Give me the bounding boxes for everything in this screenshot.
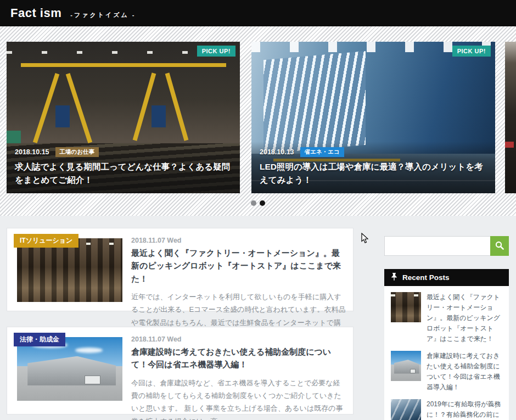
slide-1-date: 2018.10.15 bbox=[15, 148, 49, 156]
article-2-date: 2018.11.07 Wed bbox=[131, 335, 346, 343]
search-button[interactable] bbox=[490, 236, 509, 256]
article-2-thumbnail[interactable] bbox=[17, 337, 122, 401]
slide-2-date: 2018.10.13 bbox=[260, 148, 294, 156]
pickup-badge: PICK UP! bbox=[452, 46, 491, 57]
carousel-slide-2[interactable]: PICK UP! 2018.10.13 省エネ・エコ LED照明の導入は工場や倉… bbox=[251, 42, 495, 193]
warehouse-building-photo bbox=[17, 337, 122, 401]
slide-2-overlay: 2018.10.13 省エネ・エコ LED照明の導入は工場や倉庫に最適？導入のメ… bbox=[251, 142, 495, 193]
slide-1-category-badge[interactable]: 工場のお仕事 bbox=[55, 147, 99, 157]
recent-post-1-thumbnail bbox=[391, 292, 421, 322]
carousel-dots bbox=[0, 200, 516, 206]
slide-2-category-badge[interactable]: 省エネ・エコ bbox=[300, 147, 344, 157]
slide-1-overlay: 2018.10.15 工場のお仕事 求人誌でよく見る期間工ってどんな仕事？よくあ… bbox=[7, 142, 240, 193]
warehouse-building-photo bbox=[391, 351, 421, 381]
article-1-thumbnail[interactable] bbox=[17, 238, 122, 302]
carousel-slide-1[interactable]: PICK UP! 2018.10.15 工場のお仕事 求人誌でよく見る期間工って… bbox=[7, 42, 240, 193]
slide-1-title[interactable]: 求人誌でよく見る期間工ってどんな仕事？よくある疑問をまとめてご紹介！ bbox=[15, 160, 232, 187]
article-1-category-badge[interactable]: ITソリューション bbox=[14, 234, 78, 248]
mouse-cursor bbox=[361, 233, 369, 246]
article-2-excerpt: 今回は、倉庫建設時など、省エネ機器を導入することで必要な経費の補助をしてもらえる… bbox=[131, 377, 346, 420]
recent-post-1-title[interactable]: 最近よく聞く『ファクトリー・オートメーション』。最新のピッキングロボット『オート… bbox=[427, 292, 502, 344]
search-icon bbox=[495, 241, 504, 251]
page: Fact ism -ファクトイズム - PICK UP! 2018.10.15 … bbox=[0, 0, 516, 420]
carousel-dot-1[interactable] bbox=[251, 200, 256, 206]
hero-carousel: PICK UP! 2018.10.15 工場のお仕事 求人誌でよく見る期間工って… bbox=[0, 26, 516, 216]
recent-posts-header: Recent Posts bbox=[384, 269, 509, 286]
pickup-badge: PICK UP! bbox=[197, 46, 235, 57]
search-input[interactable] bbox=[384, 236, 490, 256]
recent-posts-list: 最近よく聞く『ファクトリー・オートメーション』。最新のピッキングロボット『オート… bbox=[384, 286, 509, 420]
recent-post-3-title[interactable]: 2019年に有給取得が義務に！？有給義務化の前に企業が準備しておくべきことは？ bbox=[427, 399, 502, 420]
article-1-date: 2018.11.07 Wed bbox=[131, 237, 346, 244]
article-1-body: 2018.11.07 Wed 最近よく聞く『ファクトリー・オートメーション』。最… bbox=[131, 237, 346, 341]
article-2-body: 2018.11.07 Wed 倉庫建設時に考えておきたい使える補助金制度について… bbox=[131, 335, 346, 420]
article-card: ITソリューション 2018.11.07 Wed 最近よく聞く『ファクトリー・オ… bbox=[7, 228, 354, 311]
site-tagline: -ファクトイズム - bbox=[70, 8, 136, 19]
escalator-photo bbox=[391, 399, 421, 420]
article-card: 法律・助成金 2018.11.07 Wed 倉庫建設時に考えておきたい使える補助… bbox=[7, 327, 354, 415]
recent-post-item[interactable]: 最近よく聞く『ファクトリー・オートメーション』。最新のピッキングロボット『オート… bbox=[391, 292, 502, 344]
carousel-dot-2[interactable] bbox=[260, 200, 265, 206]
site-header: Fact ism -ファクトイズム - bbox=[0, 0, 516, 26]
article-1-title[interactable]: 最近よく聞く『ファクトリー・オートメーション』。最新のピッキングロボット『オート… bbox=[131, 247, 346, 285]
warehouse-aisle-photo bbox=[17, 238, 122, 302]
recent-posts-title: Recent Posts bbox=[402, 273, 450, 282]
article-2-title[interactable]: 倉庫建設時に考えておきたい使える補助金制度について！今回は省エネ機器導入編！ bbox=[131, 345, 346, 371]
carousel-slide-3-partial[interactable] bbox=[505, 42, 516, 193]
pushpin-icon bbox=[391, 273, 397, 282]
recent-post-item[interactable]: 倉庫建設時に考えておきたい使える補助金制度について！今回は省エネ機器導入編！ bbox=[391, 351, 502, 393]
slide-3-photo bbox=[505, 42, 516, 193]
site-logo[interactable]: Fact ism bbox=[10, 6, 61, 20]
recent-post-2-thumbnail bbox=[391, 351, 421, 381]
recent-post-2-title[interactable]: 倉庫建設時に考えておきたい使える補助金制度について！今回は省エネ機器導入編！ bbox=[427, 351, 502, 393]
sidebar-search bbox=[384, 236, 509, 256]
article-2-category-badge[interactable]: 法律・助成金 bbox=[14, 333, 65, 346]
warehouse-aisle-photo bbox=[391, 292, 421, 322]
recent-post-3-thumbnail bbox=[391, 399, 421, 420]
slide-2-title[interactable]: LED照明の導入は工場や倉庫に最適？導入のメリットを考えてみよう！ bbox=[260, 160, 487, 187]
recent-post-item[interactable]: 2019年に有給取得が義務に！？有給義務化の前に企業が準備しておくべきことは？ bbox=[391, 399, 502, 420]
